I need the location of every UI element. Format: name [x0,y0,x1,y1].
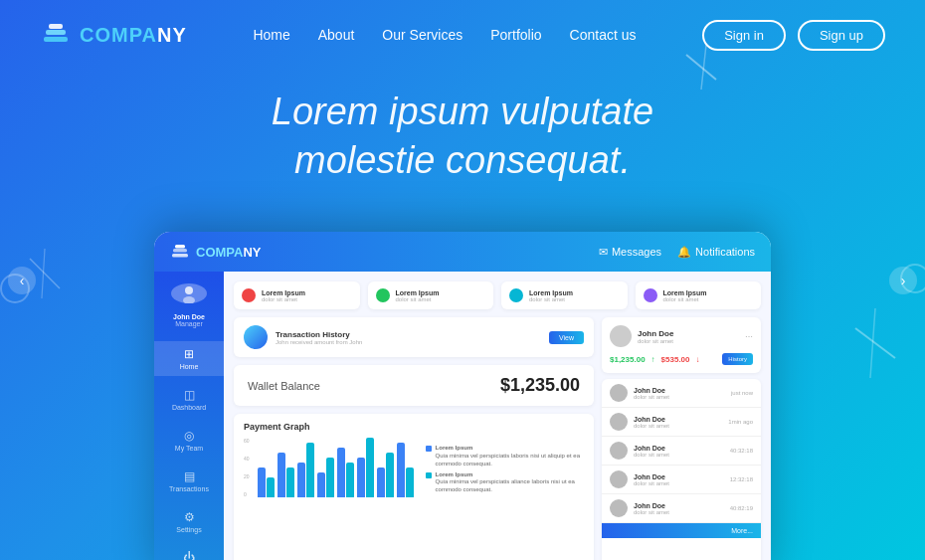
navbar: COMPANY Home About Our Services Portfoli… [0,0,925,70]
sidebar-username: John Doe Manager [173,313,205,327]
svg-line-5 [42,249,45,298]
dash-logo-text: COMPANY [196,245,262,260]
svg-rect-10 [49,24,63,29]
nav-portfolio[interactable]: Portfolio [490,27,541,43]
right-balances: $1,235.00 ↑ $535.00 ↓ History [610,353,753,365]
stat-card-0: Lorem Ipsum dolor sit amet [234,281,360,309]
settings-icon: ⚙ [184,510,195,524]
list-info-4: John Doe dolor sit amet [634,502,724,515]
team-icon: ◎ [184,429,194,443]
dash-logo-icon [170,242,190,262]
right-panel: John Doe dolor sit amet ⋯ $1,235.00 ↑ $5… [602,317,761,560]
svg-rect-12 [173,249,187,253]
notifications-nav[interactable]: 🔔 Notifications [677,246,755,259]
sidebar-avatar [171,283,207,303]
stat-info-3: Lorem Ipsum dolor sit amet [663,289,707,302]
list-time-1: 1min ago [728,419,753,425]
logo-text: COMPANY [80,24,187,47]
history-button[interactable]: History [722,353,753,365]
logo: COMPANY [40,19,187,51]
sidebar-transactions[interactable]: ▤ Transactions [154,464,224,498]
prev-arrow[interactable]: ‹ [8,267,36,294]
sidebar-settings[interactable]: ⚙ Settings [154,504,224,539]
dash-main: Lorem Ipsum dolor sit amet Lorem Ipsum d… [224,272,771,560]
stat-info-0: Lorem Ipsum dolor sit amet [262,289,305,302]
svg-rect-11 [172,254,188,258]
signin-button[interactable]: Sign in [702,20,786,51]
wallet-card: Wallet Balance $1,235.00 [234,365,594,406]
stat-card-3: Lorem Ipsum dolor sit amet [636,281,762,309]
right-avatar [610,325,632,347]
stat-card-2: Lorem Ipsum dolor sit amet [501,281,628,309]
graph-card: Payment Graph 60 40 20 0 [234,414,594,560]
notifications-label: Notifications [695,246,755,258]
transaction-avatar [244,325,268,349]
transaction-card: Transaction History John received amount… [234,317,594,357]
stat-card-1: Lorem Ipsum dolor sit amet [368,281,494,309]
list-info-0: John Doe dolor sit amet [634,387,725,400]
dashboard-mockup: COMPANY ✉ Messages 🔔 Notifications [154,232,771,560]
right-user-header: John Doe dolor sit amet ⋯ [610,325,753,347]
bell-icon: 🔔 [677,246,691,259]
hero-text: Lorem ipsum vulputate molestie consequat… [0,88,925,186]
nav-links: Home About Our Services Portfolio Contac… [253,27,636,43]
svg-line-3 [870,308,875,378]
legend-dot-blue [426,446,432,452]
list-avatar-2 [610,442,628,460]
nav-buttons: Sign in Sign up [702,20,885,51]
list-time-2: 40:32:18 [730,448,753,454]
more-button[interactable]: More... [602,523,761,538]
sidebar-myteam[interactable]: ◎ My Team [154,423,224,458]
graph-bars [258,438,414,497]
right-top-card: John Doe dolor sit amet ⋯ $1,235.00 ↑ $5… [602,317,761,373]
messages-icon: ✉ [599,246,608,259]
dash-nav-right: ✉ Messages 🔔 Notifications [599,246,755,259]
dash-header: COMPANY ✉ Messages 🔔 Notifications [154,232,771,272]
list-time-0: just now [731,390,753,396]
svg-point-14 [185,286,193,294]
y-axis: 60 40 20 0 [244,438,250,497]
list-info-2: John Doe dolor sit amet [634,445,724,458]
down-arrow-icon: ↓ [696,355,700,364]
list-item: John Doe dolor sit amet 12:32:18 [602,466,761,494]
stats-row: Lorem Ipsum dolor sit amet Lorem Ipsum d… [234,281,761,309]
list-avatar-1 [610,413,628,431]
wallet-label: Wallet Balance [248,380,320,392]
stat-dot-green [376,288,390,302]
hero-section: COMPANY Home About Our Services Portfoli… [0,0,925,560]
messages-label: Messages [612,246,661,258]
logout-icon: ⏻ [183,551,195,560]
stat-dot-red [242,288,256,302]
nav-contact[interactable]: Contact us [570,27,637,43]
sidebar-dashboard[interactable]: ◫ Dashboard [154,382,224,417]
signup-button[interactable]: Sign up [798,20,885,51]
options-icon[interactable]: ⋯ [745,332,753,341]
next-arrow[interactable]: › [889,267,917,294]
messages-nav[interactable]: ✉ Messages [599,246,661,259]
sidebar-home[interactable]: ⊞ Home [154,341,224,376]
left-panel: Transaction History John received amount… [234,317,594,560]
list-avatar-3 [610,470,628,488]
user-list: John Doe dolor sit amet just now John Do… [602,379,761,560]
nav-services[interactable]: Our Services [382,27,462,43]
list-item: John Doe dolor sit amet just now [602,379,761,408]
stat-info-2: Lorem Ipsum dolor sit amet [529,289,573,302]
list-info-3: John Doe dolor sit amet [634,473,724,486]
list-time-4: 40:82:19 [730,505,753,511]
stat-dot-purple [644,288,657,302]
hero-headline: Lorem ipsum vulputate molestie consequat… [0,88,925,186]
list-item: John Doe dolor sit amet 1min ago [602,408,761,437]
sidebar-logout[interactable]: ⏻ Logout [154,545,224,560]
up-arrow-icon: ↑ [651,355,655,364]
balance-red: $535.00 [661,355,690,364]
list-item: John Doe dolor sit amet 40:32:18 [602,437,761,466]
svg-rect-8 [44,37,68,42]
view-button[interactable]: View [549,331,584,344]
svg-rect-13 [175,245,185,249]
list-info-1: John Doe dolor sit amet [634,416,722,429]
stat-info-1: Lorem Ipsum dolor sit amet [396,289,440,302]
list-item: John Doe dolor sit amet 40:82:19 [602,494,761,523]
nav-about[interactable]: About [318,27,355,43]
nav-home[interactable]: Home [253,27,289,43]
legend-dot-cyan [426,472,432,478]
